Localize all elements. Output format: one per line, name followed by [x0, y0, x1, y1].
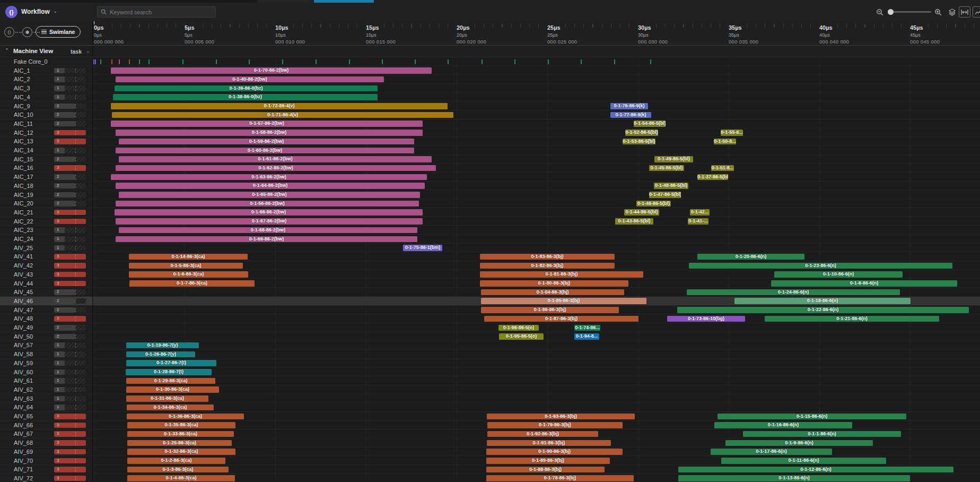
event-tick[interactable]: [482, 59, 483, 64]
task-bar[interactable]: 0-1-29-86-3(ca): [126, 378, 215, 384]
task-bar[interactable]: 0-1-25-86-3(ca): [127, 440, 232, 446]
event-tick[interactable]: [182, 59, 183, 64]
layers-button[interactable]: [946, 6, 958, 18]
task-bar[interactable]: 0-1-8-86-6(n): [771, 280, 957, 287]
task-bar[interactable]: 0-1-14-86-3(ca): [129, 254, 248, 260]
timeline-row[interactable]: 0-1-70-86-2(bw): [93, 66, 980, 75]
mode-dropdown[interactable]: task: [71, 48, 82, 55]
task-bar[interactable]: 0-1-58-86-2(bw): [116, 130, 423, 136]
task-bar[interactable]: 0-1-23-86-6(n): [689, 263, 952, 269]
task-bar[interactable]: 0-1-12-86-6(n): [678, 467, 953, 473]
sidebar-row[interactable]: AIC_241: [0, 235, 92, 244]
task-bar[interactable]: 0-1-63-86-2(bw): [111, 174, 427, 180]
task-bar[interactable]: 0-1-15-86-6(n): [718, 414, 906, 420]
sidebar-row[interactable]: AIV_723: [0, 474, 92, 482]
task-bar[interactable]: 0-1-43-86-5(bl): [615, 218, 653, 225]
task-bar[interactable]: 0-1-36-86-3(ca): [127, 414, 244, 420]
task-bar[interactable]: 0-1-94-8...: [574, 333, 599, 340]
app-logo[interactable]: {}: [5, 6, 18, 18]
task-bar[interactable]: 0-1-42...: [690, 209, 710, 216]
timeline-row[interactable]: 0-1-7-86-3(ca)0-1-80-86-3(bj)0-1-8-86-6(…: [93, 279, 980, 288]
task-bar[interactable]: 0-1-26-86-7(y): [126, 351, 195, 358]
sidebar-row[interactable]: AIV_443: [0, 279, 92, 288]
task-bar[interactable]: 0-1-81-86-3(bj): [480, 271, 643, 278]
task-bar[interactable]: 0-1-84-86-3(bj): [481, 289, 624, 296]
timeline-row[interactable]: 0-1-29-86-3(ca): [93, 376, 980, 385]
task-bar[interactable]: 0-1-28-86-7(t): [126, 369, 212, 375]
timeline-row[interactable]: 0-1-14-86-3(ca)0-1-83-86-3(bj)0-1-20-86-…: [93, 252, 980, 261]
timeline-row[interactable]: 0-1-75-86-1(bm): [93, 244, 980, 253]
timeline-row[interactable]: 0-1-25-86-3(ca)0-1-91-86-3(bj)0-1-9-86-6…: [93, 438, 980, 447]
sidebar-row[interactable]: AIV_433: [0, 270, 92, 279]
event-tick[interactable]: [349, 59, 350, 64]
zoom-slider-knob[interactable]: [888, 9, 894, 15]
timeline-ruler[interactable]: 0µs0µs000 000 0005µs5µs000 005 00010µs10…: [93, 21, 980, 45]
event-tick[interactable]: [650, 59, 651, 64]
task-bar[interactable]: 0-1-66-86-2(bw): [115, 209, 423, 216]
task-bar[interactable]: 0-1-30-86-3(ca): [126, 386, 219, 393]
timeline-row[interactable]: 0-1-3-86-3(ca)0-1-88-86-3(bj)0-1-12-86-6…: [93, 465, 980, 474]
task-bar[interactable]: 0-1-76-86-9(k): [610, 103, 648, 109]
task-bar[interactable]: 0-1-45-86-5(bl): [649, 165, 684, 171]
task-bar[interactable]: 0-1-77-86-9(k): [610, 112, 651, 118]
sidebar-row[interactable]: AIC_102: [0, 110, 92, 119]
timeline-row[interactable]: 0-1-27-86-7(t): [93, 359, 980, 368]
timeline-row[interactable]: 0-1-72-86-4(v)0-1-76-86-9(k): [93, 102, 980, 111]
event-tick[interactable]: [93, 59, 94, 64]
sidebar-row[interactable]: AIV_641: [0, 403, 92, 412]
sidebar-row[interactable]: AIC_31: [0, 84, 92, 93]
task-bar[interactable]: 0-1-46-86-5(bl): [636, 201, 671, 207]
task-bar[interactable]: 0-1-51-8...: [711, 165, 734, 171]
event-tick[interactable]: [415, 59, 416, 64]
sidebar-row[interactable]: AIV_472: [0, 306, 92, 315]
task-bar[interactable]: 0-1-74-86...: [574, 325, 600, 331]
task-bar[interactable]: 0-1-24-86-6(n): [687, 289, 900, 296]
sidebar-row[interactable]: AIC_123: [0, 128, 92, 137]
timeline-row[interactable]: 0-1-61-86-2(bw)0-1-49-86-5(bl): [93, 155, 980, 164]
task-bar[interactable]: 0-1-9-86-6(n): [725, 440, 873, 446]
sidebar-row[interactable]: Fake Core_0: [0, 57, 92, 66]
event-tick[interactable]: [614, 59, 615, 64]
timeline-row[interactable]: 0-1-31-86-3(ca): [93, 394, 980, 403]
sidebar-row[interactable]: AIC_133: [0, 137, 92, 146]
event-tick[interactable]: [216, 59, 217, 64]
task-bar[interactable]: 0-1-62-86-2(bw): [116, 165, 436, 171]
sidebar-row[interactable]: AIC_112: [0, 119, 92, 128]
task-bar[interactable]: 0-1-91-86-3(bj): [487, 440, 611, 446]
task-bar[interactable]: 0-1-44-86-5(bl): [624, 209, 659, 216]
sidebar-row[interactable]: AIV_673: [0, 429, 92, 438]
task-bar[interactable]: 0-1-59-86-2(bw): [119, 139, 414, 145]
chevron-down-icon[interactable]: ⌄: [53, 8, 57, 14]
task-bar[interactable]: 0-1-95-86-5(o): [499, 333, 544, 340]
task-bar[interactable]: 0-1-85-86-3(bj): [481, 298, 646, 304]
zoom-in-icon[interactable]: [934, 3, 942, 21]
task-bar[interactable]: 0-1-47-86-5(bl): [649, 192, 681, 198]
sidebar-row[interactable]: AIV_483: [0, 314, 92, 323]
task-bar[interactable]: 0-1-89-86-3(bj): [486, 458, 610, 464]
timeline-row[interactable]: 0-1-35-86-3(ca)0-1-79-86-3(bj)0-1-16-86-…: [93, 421, 980, 430]
task-bar[interactable]: 0-1-31-86-3(ca): [126, 395, 208, 402]
sidebar-row[interactable]: AIV_611: [0, 376, 92, 385]
timeline-row[interactable]: 0-1-56-86-2(bw)0-1-46-86-5(bl): [93, 199, 980, 208]
task-bar[interactable]: 0-1-75-86-1(bm): [403, 245, 442, 251]
timeline-row[interactable]: 0-1-60-86-2(bw): [93, 146, 980, 155]
task-bar[interactable]: 0-1-3-86-3(ca): [127, 467, 229, 473]
task-bar[interactable]: 0-1-53-86-5(bl): [623, 139, 655, 145]
task-bar[interactable]: 0-1-92-86-3(bj): [487, 431, 598, 437]
task-bar[interactable]: 0-1-96-86-5(o): [498, 325, 539, 331]
timeline-row[interactable]: 0-1-5-86-3(ca)0-1-82-86-3(bj)0-1-23-86-6…: [93, 261, 980, 270]
task-bar[interactable]: 0-1-90-86-3(bj): [486, 449, 623, 455]
timeline-row[interactable]: 0-1-38-86-0(bz): [93, 93, 980, 102]
event-tick[interactable]: [95, 59, 96, 64]
event-tick[interactable]: [100, 59, 101, 64]
timeline-row[interactable]: 0-1-2-86-3(ca)0-1-89-86-3(bj)0-1-11-86-6…: [93, 457, 980, 466]
timeline-row[interactable]: 0-1-64-86-2(bw)0-1-48-86-5(bl): [93, 182, 980, 191]
event-tick[interactable]: [111, 59, 112, 64]
event-tick[interactable]: [382, 59, 383, 64]
zoom-slider[interactable]: [889, 11, 931, 13]
sidebar-row[interactable]: AIC_163: [0, 163, 92, 173]
task-bar[interactable]: 0-1-2-86-3(ca): [127, 458, 225, 464]
task-bar[interactable]: 0-1-68-86-2(bw): [119, 227, 417, 234]
sidebar-row[interactable]: AIV_591: [0, 359, 92, 368]
event-tick[interactable]: [119, 59, 120, 64]
